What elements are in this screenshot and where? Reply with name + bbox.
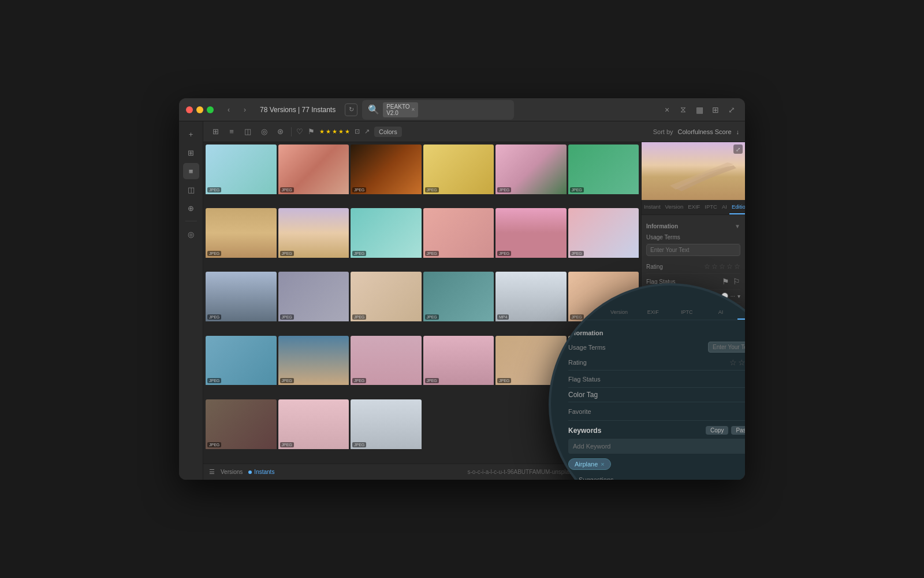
rating-star2[interactable]: ☆ <box>711 262 718 271</box>
map-button[interactable]: ⊕ <box>183 200 199 216</box>
compare-tool[interactable]: ◫ <box>241 125 254 138</box>
sort-value-button[interactable]: Colorfulness Score <box>678 128 732 135</box>
photo-item[interactable]: JPEG <box>351 208 422 270</box>
photo-item[interactable]: JPEG <box>206 272 277 334</box>
mag-rating-stars[interactable]: ☆ ☆ ☆ ☆ ☆ <box>729 358 745 367</box>
photo-item[interactable]: JPEG <box>206 208 277 270</box>
usage-terms-input[interactable] <box>646 244 740 256</box>
mag-tab-version[interactable]: Version <box>602 306 636 320</box>
mag-star2[interactable]: ☆ <box>738 358 745 367</box>
layout-button[interactable]: ⊞ <box>709 103 722 116</box>
color-chevron-icon[interactable]: ▾ <box>737 293 740 299</box>
mag-chip-airplane[interactable]: Airplane × <box>568 458 611 470</box>
search-tag-label: PEAKTO V2.0 <box>386 103 409 116</box>
photo-badge: JPEG <box>352 251 366 256</box>
stars-row: ★ ★ ★ ★ ★ <box>319 128 350 135</box>
rating-star4[interactable]: ☆ <box>726 262 733 271</box>
add-button[interactable]: + <box>183 126 199 142</box>
menu-button[interactable]: ☰ <box>209 468 215 476</box>
list-view-button[interactable]: ≡ <box>183 163 199 179</box>
stats-button[interactable]: ▦ <box>693 103 706 116</box>
information-chevron[interactable]: ▼ <box>735 223 740 229</box>
tab-ai[interactable]: AI <box>720 200 729 214</box>
photo-item[interactable]: JPEG <box>351 399 422 461</box>
usage-terms-label: Usage Terms <box>646 234 680 240</box>
tab-version[interactable]: Version <box>663 200 686 214</box>
rating-star5[interactable]: ☆ <box>734 262 740 271</box>
photo-item[interactable]: JPEG <box>495 208 567 270</box>
grid-view-button[interactable]: ⊞ <box>183 144 199 161</box>
tag-tool[interactable]: ⊛ <box>274 125 286 138</box>
mag-tab-ai[interactable]: AI <box>704 306 738 320</box>
photo-item[interactable]: JPEG <box>423 272 494 334</box>
close-window-button[interactable]: × <box>661 103 673 116</box>
instants-tab[interactable]: Instants <box>248 469 274 475</box>
mag-info-label: Information <box>568 329 603 336</box>
flag-normal-icon[interactable]: ⚑ <box>722 277 729 286</box>
colors-filter-button[interactable]: Colors <box>374 127 402 137</box>
photo-item[interactable]: JPEG <box>351 272 422 334</box>
preview-expand-button[interactable]: ⤢ <box>733 144 743 154</box>
mag-airplane-remove[interactable]: × <box>601 461 604 468</box>
photo-badge: JPEG <box>280 442 294 447</box>
photo-item[interactable]: JPEG <box>206 336 277 398</box>
photo-item[interactable]: JPEG <box>423 208 494 270</box>
photo-item[interactable]: JPEG <box>568 208 639 270</box>
person-button[interactable]: ◎ <box>183 226 199 242</box>
photo-badge: JPEG <box>207 314 221 320</box>
sort-label: Sort by <box>653 128 673 135</box>
mag-star1[interactable]: ☆ <box>729 358 737 367</box>
mag-tab-edition[interactable]: Edition <box>737 306 745 320</box>
filter-button[interactable]: ⧖ <box>677 103 690 116</box>
rating-stars[interactable]: ☆ ☆ ☆ ☆ ☆ <box>704 262 740 271</box>
close-button[interactable] <box>186 106 193 113</box>
photo-item[interactable]: JPEG <box>206 399 277 461</box>
photo-item[interactable]: JPEG <box>423 336 494 398</box>
photo-badge: JPEG <box>352 314 366 320</box>
photo-item[interactable]: JPEG <box>278 336 349 398</box>
tab-instant[interactable]: Instant <box>642 200 663 214</box>
sort-direction-button[interactable]: ↓ <box>736 128 740 135</box>
panel-tabs: Instant Version EXIF IPTC AI Edition <box>642 200 745 215</box>
grid-tool[interactable]: ⊞ <box>209 125 222 138</box>
search-tag-close[interactable]: × <box>412 106 415 113</box>
photo-item[interactable]: JPEG <box>423 144 494 206</box>
photo-item[interactable]: MP4 <box>495 272 567 334</box>
photo-item[interactable]: JPEG <box>206 144 277 206</box>
rating-star1[interactable]: ☆ <box>704 262 710 271</box>
maximize-button[interactable] <box>207 106 214 113</box>
photo-item[interactable]: JPEG <box>351 144 422 206</box>
versions-tab[interactable]: Versions <box>221 469 243 475</box>
expand-button[interactable]: ⤢ <box>725 103 738 116</box>
tab-iptc[interactable]: IPTC <box>702 200 720 214</box>
photo-item[interactable]: JPEG <box>278 399 349 461</box>
mag-tab-exif[interactable]: EXIF <box>636 306 670 320</box>
forward-button[interactable]: › <box>239 104 251 116</box>
rating-star3[interactable]: ☆ <box>719 262 725 271</box>
list-tool[interactable]: ≡ <box>225 125 238 138</box>
photo-item[interactable]: JPEG <box>278 208 349 270</box>
back-button[interactable]: ‹ <box>223 104 234 116</box>
mag-colortag-label: Color Tag <box>568 391 598 399</box>
traffic-lights <box>186 106 214 113</box>
mag-paste-button[interactable]: Paste <box>731 426 745 435</box>
preview-button[interactable]: ◫ <box>183 181 199 198</box>
tab-edition[interactable]: Edition <box>729 200 745 214</box>
minimize-button[interactable] <box>196 106 203 113</box>
flag-reject-icon[interactable]: ⚐ <box>733 277 740 286</box>
photo-item[interactable]: JPEG <box>351 336 422 398</box>
tab-exif[interactable]: EXIF <box>685 200 702 214</box>
mag-tab-iptc[interactable]: IPTC <box>670 306 704 320</box>
photo-item[interactable]: JPEG <box>495 144 567 206</box>
photo-item[interactable]: JPEG <box>568 144 639 206</box>
photo-item[interactable]: JPEG <box>278 144 349 206</box>
person-tool[interactable]: ◎ <box>258 125 270 138</box>
refresh-button[interactable]: ↻ <box>345 103 357 116</box>
photo-item[interactable]: JPEG <box>278 272 349 334</box>
color-more-button[interactable]: ··· <box>731 293 735 299</box>
toolbar-sep1 <box>291 127 292 136</box>
mag-add-keyword-input[interactable] <box>573 443 745 450</box>
search-input[interactable] <box>422 106 508 114</box>
mag-usage-input[interactable] <box>708 342 745 353</box>
mag-copy-button[interactable]: Copy <box>706 426 728 435</box>
